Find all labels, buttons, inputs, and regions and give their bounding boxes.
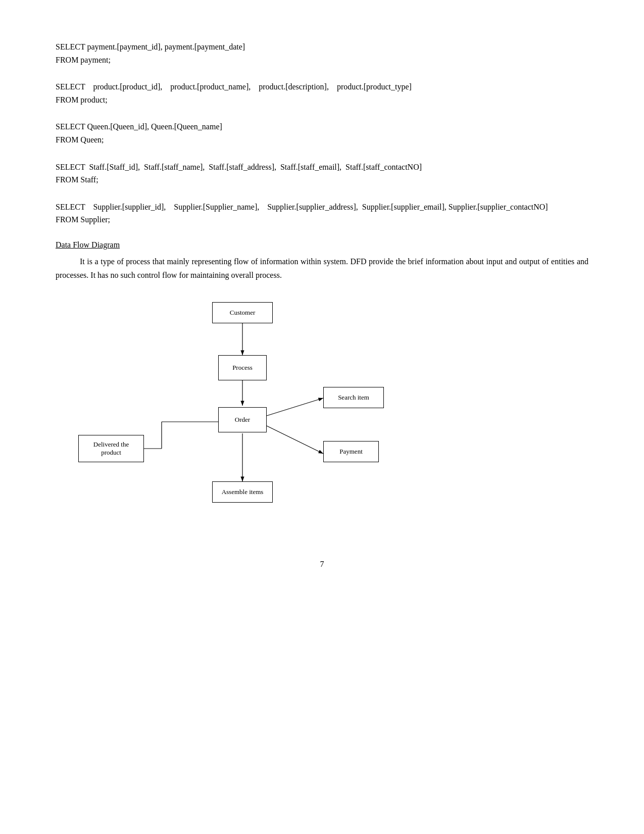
sql-product-line2: FROM product; <box>56 93 588 107</box>
section-paragraph: It is a type of process that mainly repr… <box>56 255 588 282</box>
sql-staff-line1: SELECT Staff.[Staff_id], Staff.[staff_na… <box>56 161 588 174</box>
dfd-arrows <box>56 297 588 550</box>
dfd-node-customer: Customer <box>212 302 273 323</box>
sql-supplier-line1: SELECT Supplier.[supplier_id], Supplier.… <box>56 201 588 214</box>
section-heading: Data Flow Diagram <box>56 240 588 250</box>
dfd-node-assemble-items: Assemble items <box>212 481 273 503</box>
page: SELECT payment.[payment_id], payment.[pa… <box>0 0 644 834</box>
dfd-node-order: Order <box>218 407 267 432</box>
sql-block-product: SELECT product.[product_id], product.[pr… <box>56 80 588 106</box>
svg-line-7 <box>267 426 323 454</box>
dfd-node-search-item: Search item <box>323 387 384 408</box>
dfd-node-process: Process <box>218 355 267 380</box>
sql-queen-line2: FROM Queen; <box>56 133 588 146</box>
sql-queen-line1: SELECT Queen.[Queen_id], Queen.[Queen_na… <box>56 120 588 133</box>
page-number: 7 <box>56 560 588 569</box>
dfd-diagram: Customer Process Order Search item Payme… <box>56 297 588 550</box>
sql-block-queen: SELECT Queen.[Queen_id], Queen.[Queen_na… <box>56 120 588 146</box>
sql-payment-line2: FROM payment; <box>56 54 588 67</box>
dfd-node-delivered: Delivered theproduct <box>78 435 144 462</box>
svg-line-6 <box>267 398 323 416</box>
sql-block-payment: SELECT payment.[payment_id], payment.[pa… <box>56 40 588 66</box>
sql-block-staff: SELECT Staff.[Staff_id], Staff.[staff_na… <box>56 161 588 186</box>
sql-supplier-line2: FROM Supplier; <box>56 213 588 226</box>
sql-payment-line1: SELECT payment.[payment_id], payment.[pa… <box>56 40 588 54</box>
dfd-node-payment: Payment <box>323 441 379 462</box>
sql-product-line1: SELECT product.[product_id], product.[pr… <box>56 80 588 93</box>
sql-block-supplier: SELECT Supplier.[supplier_id], Supplier.… <box>56 201 588 226</box>
sql-staff-line2: FROM Staff; <box>56 173 588 186</box>
